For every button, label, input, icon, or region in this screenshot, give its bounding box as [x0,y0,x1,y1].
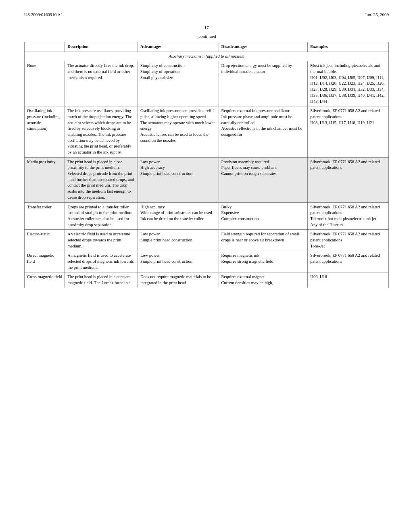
col-header-examples: Examples [308,42,389,52]
table-row: Electro-staticAn electric field is used … [25,230,389,251]
row-disadvantages: Field strength required for separation o… [219,230,308,251]
row-description: The ink pressure oscillates, providing m… [65,106,138,158]
row-label: Oscillating ink pressure (including acou… [25,106,65,158]
table-row: Oscillating ink pressure (including acou… [25,106,389,158]
row-disadvantages: Requires external ink pressure oscillato… [219,106,308,158]
row-examples: Silverbrook, EP 0771 658 A2 and related … [308,106,389,158]
row-advantages: High accuracy Wide range of print substr… [138,202,219,230]
row-label: Transfer roller [25,202,65,230]
row-advantages: Simplicity of construction Simplicity of… [138,61,219,106]
row-advantages: Low power High accuracy Simple print hea… [138,157,219,202]
col-header-advantages: Advantages [138,42,219,52]
row-advantages: Does not require magnetic materials to b… [138,272,219,288]
row-description: The actuator directly fires the ink drop… [65,61,138,106]
row-label: Media proximity [25,157,65,202]
table-row: Media proximityThe print head is placed … [25,157,389,202]
table-row: Cross magnetic fieldThe print head is pl… [25,272,389,288]
patent-number: US 2009/0160910 A1 [24,12,63,17]
table-row: Direct magnetic fieldA magnetic field is… [25,251,389,272]
continued-label: -continued [197,34,216,39]
row-disadvantages: Requires magnetic ink Requires strong ma… [219,251,308,272]
table-row: Transfer rollerDrops are printed to a tr… [25,202,389,230]
row-examples: Silverbrook, EP 0771 658 A2 and related … [308,157,389,202]
row-disadvantages: Bulky Expensive Complex construction [219,202,308,230]
col-header-description: Description [65,42,138,52]
row-description: An electric field is used to accelerate … [65,230,138,251]
row-description: The print head is placed in close proxim… [65,157,138,202]
col-header-disadvantages: Disadvantages [219,42,308,52]
row-description: A magnetic field is used to accelerate s… [65,251,138,272]
patent-date: Jun. 25, 2009 [365,12,389,17]
row-examples: Silverbrook, EP 0771 658 A2 and related … [308,230,389,251]
row-examples: IJ06, IJ16 [308,272,389,288]
row-label: Direct magnetic field [25,251,65,272]
row-label: None [25,61,65,106]
row-disadvantages: Requires external magnet Current densiti… [219,272,308,288]
row-advantages: Oscillating ink pressure can provide a r… [138,106,219,158]
main-table: Description Advantages Disadvantages Exa… [24,42,389,288]
row-advantages: Low power Simple print head construction [138,230,219,251]
row-examples: Silverbrook, EP 0771 658 A2 and related … [308,202,389,230]
row-examples: Silverbrook, EP 0771 658 A2 and related … [308,251,389,272]
row-disadvantages: Drop ejection energy must be supplied by… [219,61,308,106]
page-number: 17 [204,25,209,30]
row-advantages: Low power Simple print head construction [138,251,219,272]
col-header-label [25,42,65,52]
row-disadvantages: Precision assembly required Paper fibers… [219,157,308,202]
row-description: Drops are printed to a transfer roller i… [65,202,138,230]
row-description: The print head is placed in a constant m… [65,272,138,288]
table-row: NoneThe actuator directly fires the ink … [25,61,389,106]
row-examples: Most ink jets, including piezoelectric a… [308,61,389,106]
row-label: Electro-static [25,230,65,251]
row-label: Cross magnetic field [25,272,65,288]
auxiliary-mechanism-row: Auxiliary mechanism (applied to all nozz… [25,52,389,61]
